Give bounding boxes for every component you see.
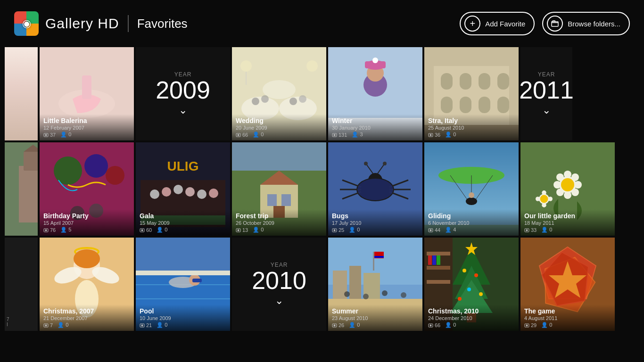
svg-rect-34: [460, 97, 471, 113]
svg-point-96: [466, 197, 477, 205]
svg-rect-148: [374, 256, 384, 258]
year-block-2011-partial[interactable]: Year 2011 ⌄: [520, 47, 572, 140]
svg-point-97: [469, 192, 474, 198]
album-meta: 131 👤 3: [332, 132, 419, 138]
title-divider: [128, 15, 129, 32]
svg-point-128: [45, 325, 47, 327]
svg-point-46: [84, 154, 108, 178]
year-number: 2009: [156, 78, 210, 102]
album-date: 20 June 2009: [236, 125, 322, 131]
album-title: Birthday Party: [43, 212, 130, 220]
album-meta: 33 👤 0: [524, 227, 611, 233]
album-date: 15 May 2009: [140, 220, 226, 226]
svg-point-175: [430, 325, 432, 327]
svg-point-105: [553, 181, 561, 189]
svg-point-139: [141, 325, 143, 327]
svg-point-47: [106, 166, 124, 185]
svg-point-111: [561, 178, 574, 191]
album-the-game[interactable]: The game 4 August 2011 29 👤 0: [520, 238, 615, 331]
album-summer[interactable]: Summer 23 August 2010 26 👤 0: [328, 238, 422, 331]
svg-point-104: [564, 191, 571, 199]
album-meta: 36 👤 0: [428, 132, 515, 138]
svg-text:ULIG: ULIG: [167, 159, 199, 173]
album-bugs[interactable]: Bugs 17 July 2010 25 👤 0: [328, 142, 422, 236]
album-meta: 37 👤 0: [43, 132, 130, 138]
svg-point-55: [162, 187, 171, 197]
partial-left-row2[interactable]: [5, 142, 38, 236]
svg-rect-161: [428, 255, 432, 265]
album-christmas-2007[interactable]: Christmas, 2007 21 December 2007 7 👤 0: [40, 238, 134, 331]
svg-point-13: [299, 95, 306, 103]
svg-rect-36: [497, 97, 509, 113]
svg-point-117: [540, 195, 548, 203]
album-pool[interactable]: Pool 10 June 2009 21 👤 0: [136, 238, 230, 331]
add-favorite-button[interactable]: + Add Favorite: [460, 12, 535, 35]
svg-point-108: [571, 173, 579, 181]
svg-point-11: [261, 95, 269, 103]
year-number-2010: 2010: [252, 268, 306, 293]
svg-rect-70: [281, 194, 291, 206]
browse-folders-button[interactable]: Browse folders...: [542, 12, 630, 35]
album-date: 10 June 2009: [140, 315, 226, 321]
year-block-2010[interactable]: Year 2010 ⌄: [232, 238, 326, 331]
svg-point-51: [45, 230, 47, 231]
svg-point-107: [556, 173, 564, 181]
album-date: 4 August 2011: [524, 315, 611, 321]
album-date: 25 August 2010: [428, 125, 515, 131]
album-title: Forest trip: [236, 212, 322, 220]
partial-left-item[interactable]: [5, 47, 38, 140]
svg-point-26: [334, 134, 336, 136]
album-birthday-party[interactable]: Birthday Party 15 April 2007 76 👤 5: [40, 142, 134, 236]
album-date: 30 January 2010: [332, 125, 419, 131]
plus-icon: +: [470, 18, 475, 29]
svg-point-153: [401, 292, 406, 298]
album-meta: 66 👤 0: [236, 132, 322, 138]
album-date: 17 July 2010: [332, 220, 419, 226]
album-date: 18 May 2011: [524, 220, 611, 226]
svg-point-103: [564, 171, 571, 178]
svg-point-15: [306, 60, 318, 72]
gallery-row-1: Little Balerina 12 February 2007 37 👤 0 …: [5, 47, 644, 140]
svg-point-59: [209, 189, 218, 198]
svg-point-12: [289, 98, 297, 105]
album-title: Gala: [140, 212, 226, 220]
album-stra-italy[interactable]: Stra, Italy 25 August 2010 36 👤 0: [424, 47, 519, 140]
year-block-2009[interactable]: Year 2009 ⌄: [136, 47, 230, 140]
folder-icon: [547, 16, 563, 32]
svg-point-119: [526, 230, 528, 231]
album-winter[interactable]: Winter 30 January 2010 131 👤 3: [328, 47, 422, 140]
svg-point-155: [334, 325, 336, 327]
svg-point-150: [344, 291, 350, 297]
album-meta: 7 👤 0: [43, 322, 130, 328]
year-number-2011: 2011: [519, 78, 574, 102]
album-gliding[interactable]: Gliding 6 November 2010 44 👤 4: [424, 142, 519, 236]
svg-point-45: [54, 156, 82, 185]
album-meta: 60 👤 0: [140, 227, 226, 233]
svg-rect-33: [441, 97, 453, 113]
svg-point-169: [474, 273, 478, 277]
svg-point-10: [252, 98, 259, 105]
album-our-little-garden[interactable]: Our little garden 18 May 2011 33 👤 0: [520, 142, 615, 236]
svg-point-115: [536, 197, 540, 201]
album-title: Christmas, 2010: [428, 307, 515, 315]
album-gala[interactable]: ULIG Gala 15 May 2009 60 👤 0: [136, 142, 230, 236]
svg-point-14: [240, 60, 252, 72]
svg-point-106: [574, 181, 582, 189]
album-little-balerina[interactable]: Little Balerina 12 February 2007 37 👤 0: [40, 47, 134, 140]
app-title: Gallery HD: [45, 16, 119, 32]
album-title: Wedding: [236, 117, 322, 125]
album-wedding[interactable]: Wedding 20 June 2009 66 👤 0: [232, 47, 326, 140]
album-title: Bugs: [332, 212, 419, 220]
album-forest-trip[interactable]: Forest trip 26 October 2009 13 👤 0: [232, 142, 326, 236]
svg-point-152: [382, 290, 388, 296]
svg-rect-163: [437, 255, 440, 265]
svg-point-5: [45, 134, 47, 136]
album-date: 6 November 2010: [428, 220, 515, 226]
svg-rect-159: [427, 266, 450, 270]
year-chevron-icon: ⌄: [179, 104, 187, 116]
svg-rect-162: [432, 255, 436, 265]
album-christmas-2010[interactable]: Christmas, 2010 24 December 2010 66 👤 0: [424, 238, 519, 331]
album-date: 23 August 2010: [332, 315, 419, 321]
app-logo: ◉: [14, 11, 39, 36]
partial-left-row3[interactable]: 7 I: [5, 238, 38, 331]
